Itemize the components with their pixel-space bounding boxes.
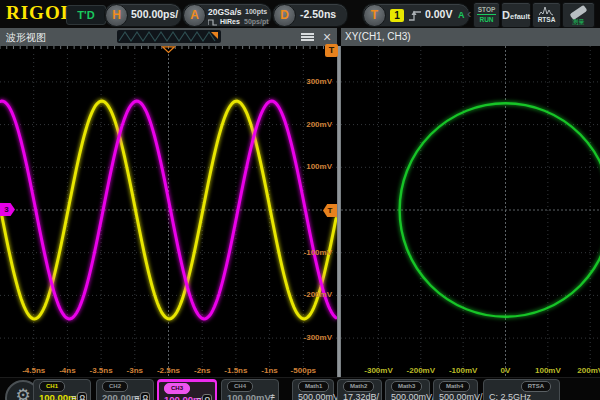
channel-box-ch4[interactable]: CH4 100.00mV/ = xyxy=(221,379,279,400)
d-knob[interactable]: D xyxy=(273,4,296,27)
dc-coupling-icon: = xyxy=(270,392,275,400)
math1-box[interactable]: Math1 500.00mV/ xyxy=(292,379,334,400)
spectrum-icon xyxy=(539,6,554,16)
trigger-source-badge[interactable]: 1 xyxy=(390,9,404,22)
top-toolbar: RIGOL T'D H 500.00ps/ A 20GSa/s HiRes 10… xyxy=(0,0,600,29)
square-wave-icon xyxy=(208,18,218,26)
t-axis-label: -500ps xyxy=(291,366,316,376)
t-axis-label: -1.5ns xyxy=(224,366,247,376)
dc-coupling-icon: = xyxy=(197,395,202,400)
waveform-graticule[interactable] xyxy=(0,46,337,377)
a-knob[interactable]: A xyxy=(183,4,206,27)
t-knob[interactable]: T xyxy=(363,4,386,27)
rtsa-button[interactable]: RTSA xyxy=(532,2,561,28)
dc-coupling-icon: = xyxy=(135,393,140,400)
delay-control[interactable]: D -2.50ns xyxy=(272,3,348,27)
v-axis-label: -100mV xyxy=(304,248,332,258)
sample-rate: 20GSa/s xyxy=(208,7,242,17)
impedance-icon: Ω xyxy=(77,392,87,400)
horizontal-timebase-control[interactable]: H 500.00ps/ xyxy=(104,3,182,27)
impedance-icon: Ω xyxy=(140,392,150,400)
t-axis-label: -3ns xyxy=(127,366,143,376)
collapse-chevron-icon[interactable]: ‹ xyxy=(467,6,471,21)
sample-resolution: 50ps/pt xyxy=(244,18,269,25)
acquisition-control[interactable]: A 20GSa/s HiRes 100pts 50ps/pt xyxy=(182,3,272,27)
impedance-icon: Ω xyxy=(202,394,212,400)
acq-mode: HiRes xyxy=(220,18,240,25)
default-button[interactable]: Default xyxy=(501,2,531,28)
measure-button[interactable]: 测量 xyxy=(562,2,595,28)
xy-axis-label: -300mV xyxy=(364,366,392,376)
h-knob[interactable]: H xyxy=(105,4,128,27)
rtsa-box[interactable]: RTSA C: 2.5GHz xyxy=(483,379,560,400)
v-axis-label: 300mV xyxy=(306,77,332,87)
delay-value: -2.50ns xyxy=(300,8,336,20)
xy-axis-label: 0V xyxy=(501,366,511,376)
panel-gap xyxy=(337,28,341,46)
panel-splitter[interactable] xyxy=(337,46,341,377)
t-axis-label: -2.5ns xyxy=(157,366,180,376)
xy-axis-label: -100mV xyxy=(449,366,477,376)
xy-graticule[interactable] xyxy=(341,46,600,377)
xy-view-title: XY(CH1, CH3) xyxy=(345,31,411,42)
trigger-level-value: 0.00V xyxy=(425,8,452,20)
menu-icon[interactable] xyxy=(301,33,314,42)
channel-box-ch2[interactable]: CH2 200.00mV/ =Ω xyxy=(96,379,154,400)
xy-axis-label: 100mV xyxy=(535,366,561,376)
v-axis-label: 200mV xyxy=(306,120,332,130)
timebase-value: 500.00ps/ xyxy=(131,8,178,20)
trigger-sweep-mode: A xyxy=(458,10,465,20)
xy-axis-label: -200mV xyxy=(407,366,435,376)
t-axis-label: -4.5ns xyxy=(22,366,45,376)
channel-box-ch1[interactable]: CH1 100.00mV/ =Ω xyxy=(33,379,91,400)
dc-coupling-icon: = xyxy=(72,393,77,400)
math4-box[interactable]: Math4 500.00mV/ xyxy=(433,379,478,400)
rigol-logo: RIGOL xyxy=(6,2,74,24)
channel-box-ch3[interactable]: CH3 100.00mV/ =Ω xyxy=(157,379,217,400)
math2-box[interactable]: Math2 17.32dB/ xyxy=(337,379,382,400)
waveform-overview-strip[interactable] xyxy=(117,30,221,43)
stop-run-button[interactable]: STOP RUN xyxy=(473,2,500,28)
t-axis-label: -3.5ns xyxy=(90,366,113,376)
trigger-position-flag[interactable]: T xyxy=(325,44,338,57)
trigger-status-badge: T'D xyxy=(66,5,106,25)
t-axis-label: -2ns xyxy=(194,366,210,376)
math3-box[interactable]: Math3 500.00mV/ xyxy=(385,379,430,400)
t-axis-label: -1ns xyxy=(261,366,277,376)
t-axis-label: -4ns xyxy=(59,366,75,376)
trigger-control[interactable]: T 1 0.00V A xyxy=(362,3,470,27)
v-axis-label: -200mV xyxy=(304,290,332,300)
waveform-view-title: 波形视图 xyxy=(6,31,46,45)
xy-view-header[interactable]: XY(CH1, CH3) xyxy=(341,28,600,46)
memory-depth: 100pts xyxy=(245,8,267,15)
rising-edge-icon xyxy=(408,8,422,23)
v-axis-label: 100mV xyxy=(306,162,332,172)
oscilloscope-screen: { "topbar": { "logo": "RIGOL", "trig_sta… xyxy=(0,0,600,400)
v-axis-label: -300mV xyxy=(304,333,332,343)
xy-axis-label: 200mV xyxy=(577,366,600,376)
